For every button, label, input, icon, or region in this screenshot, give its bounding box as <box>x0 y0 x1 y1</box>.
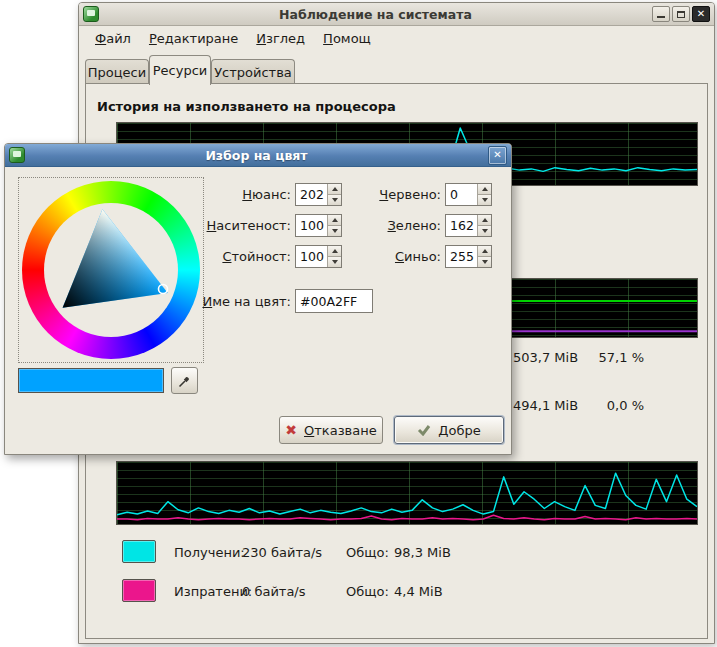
minimize-icon <box>657 16 665 18</box>
saturation-spinner <box>295 214 342 237</box>
dialog-titlebar[interactable]: Избор на цвят ✕ <box>5 144 511 167</box>
blue-label: Синьо: <box>357 245 441 268</box>
sv-triangle[interactable] <box>22 181 200 359</box>
received-legend-row: Получени: 230 байта/s Общо: 98,3 MiB <box>174 541 451 563</box>
green-label: Зелено: <box>357 214 441 237</box>
red-label: Червено: <box>357 183 441 206</box>
swap-percent: 0,0 % <box>584 398 644 413</box>
sent-total: 4,4 MiB <box>394 584 443 599</box>
color-picker-dialog: Избор на цвят ✕ <box>4 143 512 455</box>
blue-up-button[interactable] <box>478 246 491 256</box>
red-down-button[interactable] <box>478 194 491 205</box>
saturation-up-button[interactable] <box>328 215 341 225</box>
saturation-down-button[interactable] <box>328 225 341 236</box>
color-preview <box>18 368 164 393</box>
saturation-label: Наситеност: <box>155 214 291 237</box>
color-name-label: Име на цвят: <box>155 290 291 313</box>
sent-total-label: Общо: <box>346 584 394 599</box>
network-history-chart <box>116 461 698 525</box>
blue-spinner <box>445 245 492 268</box>
hue-input[interactable] <box>296 184 327 205</box>
sent-label: Изпратени: <box>174 584 242 599</box>
main-titlebar[interactable]: Наблюдение на системата ✕ <box>79 3 714 26</box>
blue-input[interactable] <box>446 246 477 267</box>
sent-rate: 0 байта/s <box>242 584 346 599</box>
received-label: Получени: <box>174 545 242 560</box>
menu-edit[interactable]: Редактиране <box>141 28 246 49</box>
saturation-input[interactable] <box>296 215 327 236</box>
received-total-label: Общо: <box>346 545 394 560</box>
red-input[interactable] <box>446 184 477 205</box>
hue-up-button[interactable] <box>328 184 341 194</box>
green-input[interactable] <box>446 215 477 236</box>
minimize-button[interactable] <box>652 6 670 22</box>
value-spinner <box>295 245 342 268</box>
cpu-history-title: История на използването на процесора <box>97 99 396 114</box>
value-label: Стойност: <box>155 245 291 268</box>
main-window-title: Наблюдение на системата <box>103 7 648 22</box>
red-up-button[interactable] <box>478 184 491 194</box>
menu-view[interactable]: Изглед <box>248 28 313 49</box>
received-total: 98,3 MiB <box>394 545 451 560</box>
green-up-button[interactable] <box>478 215 491 225</box>
eyedropper-icon <box>177 373 193 389</box>
tab-resources[interactable]: Ресурси <box>149 55 211 85</box>
menu-help[interactable]: Помощ <box>315 28 379 49</box>
green-spinner <box>445 214 492 237</box>
maximize-button[interactable] <box>672 6 690 22</box>
eyedropper-button[interactable] <box>171 367 198 394</box>
ok-button[interactable]: Добре <box>394 416 504 444</box>
sent-legend-row: Изпратени: 0 байта/s Общо: 4,4 MiB <box>174 580 443 602</box>
value-down-button[interactable] <box>328 256 341 267</box>
value-up-button[interactable] <box>328 246 341 256</box>
hue-spinner <box>295 183 342 206</box>
red-spinner <box>445 183 492 206</box>
menubar: Файл Редактиране Изглед Помощ <box>79 25 714 51</box>
tab-devices[interactable]: Устройства <box>211 59 295 84</box>
cancel-button[interactable]: ✖ Отказване <box>279 416 383 444</box>
maximize-icon <box>677 11 685 18</box>
cancel-icon: ✖ <box>285 423 297 437</box>
cancel-button-label: Отказване <box>304 423 377 438</box>
window-controls: ✕ <box>652 6 710 22</box>
dialog-app-icon <box>9 147 25 163</box>
app-icon <box>83 6 99 22</box>
dialog-close-button[interactable]: ✕ <box>488 146 507 165</box>
color-wheel[interactable] <box>22 181 200 359</box>
memory-amount: 503,7 MiB <box>513 350 578 365</box>
close-button[interactable]: ✕ <box>692 6 710 22</box>
hue-down-button[interactable] <box>328 194 341 205</box>
desktop: Наблюдение на системата ✕ Файл Редактира… <box>0 0 717 647</box>
value-input[interactable] <box>296 246 327 267</box>
green-down-button[interactable] <box>478 225 491 236</box>
sent-color-swatch[interactable] <box>122 579 156 602</box>
blue-down-button[interactable] <box>478 256 491 267</box>
ok-button-label: Добре <box>438 423 480 438</box>
menu-file[interactable]: Файл <box>87 28 139 49</box>
hue-label: Нюанс: <box>155 183 291 206</box>
received-rate: 230 байта/s <box>242 545 346 560</box>
memory-percent: 57,1 % <box>584 350 644 365</box>
dialog-title: Избор на цвят <box>29 148 484 163</box>
tab-processes[interactable]: Процеси <box>85 59 149 84</box>
received-color-swatch[interactable] <box>122 540 156 563</box>
swap-amount: 494,1 MiB <box>513 398 578 413</box>
ok-icon <box>417 424 431 436</box>
color-name-input[interactable] <box>295 289 373 313</box>
